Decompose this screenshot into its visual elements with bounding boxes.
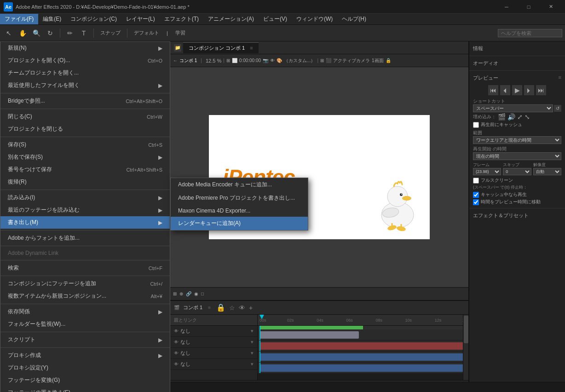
menu-comp[interactable]: コンポジション(C) <box>66 14 121 24</box>
menu-effect[interactable]: エフェクト(T) <box>160 14 203 24</box>
viewer-btn-prev[interactable]: ← <box>173 58 178 63</box>
tool-zoom[interactable]: 🔍 <box>30 27 42 39</box>
menu-edit[interactable]: 編集(E) <box>38 14 66 24</box>
layer-1-dropdown[interactable]: ▾ <box>251 328 254 334</box>
comp-tab-active[interactable]: コンポジション コンポ 1 ≡ <box>183 42 259 53</box>
tl-tools-2[interactable]: ⊕ <box>179 291 183 296</box>
menu-watch-folder[interactable]: フォルダーを監視(W)... <box>0 318 170 330</box>
submenu-cinema4d[interactable]: Maxon Cinema 4D Exporter... <box>171 205 308 217</box>
prev-back-btn[interactable]: ⏴ <box>500 85 510 95</box>
camera-label[interactable]: アクティブカメラ <box>333 58 370 64</box>
menu-new[interactable]: 新規(N)▶ <box>0 42 170 54</box>
tl-tools-5[interactable]: □ <box>201 291 204 296</box>
menu-view[interactable]: ビュー(V) <box>259 14 292 24</box>
range-select[interactable]: ワークエリアと現在の時間 <box>473 136 561 144</box>
embed-save-btn[interactable]: ⤡ <box>525 113 530 121</box>
tool-select[interactable]: ↖ <box>3 27 15 39</box>
tool-hand[interactable]: ✋ <box>17 27 29 39</box>
close-button[interactable]: ✕ <box>540 0 561 14</box>
color-picker-btn[interactable]: 🎨 <box>277 58 282 63</box>
cache-checkbox[interactable] <box>473 122 479 128</box>
skip-select[interactable]: 0 <box>503 168 531 175</box>
menu-dependencies[interactable]: 依存関係▶ <box>0 306 170 318</box>
layer-3-eye[interactable]: 👁 <box>174 351 179 356</box>
start-select[interactable]: 現在の時間 <box>473 152 561 160</box>
view-lock-btn[interactable]: 🔒 <box>386 58 391 63</box>
menu-open-team[interactable]: チームプロジェクトを開く... <box>0 67 170 79</box>
grid-btn[interactable]: ⊞ <box>226 58 230 63</box>
preview-menu-icon[interactable]: ≡ <box>559 75 561 81</box>
track-scrollbar[interactable] <box>463 315 468 380</box>
minimize-button[interactable]: ─ <box>496 0 517 14</box>
resolution-select[interactable]: 自動 <box>533 168 561 175</box>
layer-3-dropdown[interactable]: ▾ <box>251 350 254 356</box>
show-snapshot-btn[interactable]: 👁 <box>270 58 275 63</box>
menu-proxy-settings[interactable]: プロキシ設定(Y) <box>0 362 170 374</box>
embed-overflow-btn[interactable]: ⤢ <box>517 113 523 121</box>
menu-scripts[interactable]: スクリプト▶ <box>0 334 170 346</box>
search-input[interactable] <box>498 29 562 37</box>
submenu-media-encoder[interactable]: Adobe Media Encoder キューに追加... <box>171 178 308 191</box>
menu-export[interactable]: 書き出し(M)▶ <box>0 216 170 229</box>
fullscreen-checkbox[interactable] <box>473 178 479 184</box>
view-options-2[interactable]: ⬛ <box>326 58 331 63</box>
layer-2-dropdown[interactable]: ▾ <box>251 339 254 345</box>
menu-bridge[interactable]: Bridgeで参照...Ctrl+Alt+Shift+O <box>0 95 170 107</box>
menu-revert[interactable]: 復帰(R) <box>0 176 170 188</box>
menu-file[interactable]: ファイル(F) <box>0 14 38 24</box>
menu-search[interactable]: 検索Ctrl+F <box>0 262 170 274</box>
menu-add-footage[interactable]: コンポジションにフッテージを追加Ctrl+/ <box>0 277 170 290</box>
menu-add-font[interactable]: Adobe からフォントを追加... <box>0 232 170 244</box>
shortcut-select[interactable]: スペースバー <box>473 104 553 112</box>
layer-1-eye[interactable]: 👁 <box>174 329 179 334</box>
prev-last-btn[interactable]: ⏭ <box>536 85 546 95</box>
frame-select[interactable]: (23.98) <box>473 168 501 175</box>
tool-pen[interactable]: ✏ <box>64 27 76 39</box>
tl-eye-btn[interactable]: 👁 <box>239 304 245 311</box>
menu-replace-footage[interactable]: フッテージの置き換え(E) <box>0 386 170 392</box>
menu-open-recent[interactable]: 最近使用したファイルを開く▶ <box>0 79 170 92</box>
prev-play-btn[interactable]: ▶ <box>512 85 522 95</box>
layer-4-dropdown[interactable]: ▾ <box>251 361 254 367</box>
layer-2-eye[interactable]: 👁 <box>174 340 179 345</box>
submenu-render-queue[interactable]: レンダーキューに追加(A) <box>171 217 308 230</box>
menu-import[interactable]: 読み込み(I)▶ <box>0 191 170 204</box>
view-options-1[interactable]: ⊞ <box>320 58 324 63</box>
menu-save-as[interactable]: 別名で保存(S)▶ <box>0 151 170 163</box>
view-count[interactable]: 1画面 <box>372 58 384 64</box>
menu-animation[interactable]: アニメーション(A) <box>203 14 259 24</box>
tool-rotate[interactable]: ↻ <box>44 27 56 39</box>
layer-4-eye[interactable]: 👁 <box>174 362 179 367</box>
tl-solo-btn[interactable]: ☆ <box>229 304 235 311</box>
embed-video-btn[interactable]: 🎬 <box>498 113 506 121</box>
menu-help[interactable]: ヘルプ(H) <box>337 14 371 24</box>
tl-tools-4[interactable]: ◉ <box>194 291 198 296</box>
menu-open-project[interactable]: プロジェクトを開く(O)...Ctrl+O <box>0 54 170 67</box>
embed-audio-btn[interactable]: 🔊 <box>507 113 515 121</box>
tl-tools-1[interactable]: ⊞ <box>173 291 177 296</box>
safe-zones-btn[interactable]: ⬜ <box>232 58 237 63</box>
tool-text[interactable]: T <box>78 27 90 39</box>
menu-create-proxy[interactable]: プロキシ作成▶ <box>0 349 170 362</box>
tl-lock-btn[interactable]: 🔒 <box>216 303 225 312</box>
zoom-control[interactable]: 12.5 % <box>206 58 221 63</box>
prev-first-btn[interactable]: ⏮ <box>488 85 498 95</box>
camera-select[interactable]: （カスタム...） <box>284 58 315 64</box>
tl-tools-3[interactable]: 🔗 <box>186 291 191 296</box>
tl-new-layer-btn[interactable]: + <box>249 304 253 311</box>
menu-window[interactable]: ウィンドウ(W) <box>292 14 337 24</box>
menu-close[interactable]: 閉じる(C)Ctrl+W <box>0 110 170 123</box>
move-time-checkbox[interactable] <box>473 199 479 205</box>
prev-fwd-btn[interactable]: ⏵ <box>524 85 534 95</box>
menu-new-comp-multi[interactable]: 複数アイテムから新規コンポジション...Alt+¥ <box>0 290 170 302</box>
menu-import-recent[interactable]: 最近のフッテージを読み込む▶ <box>0 204 170 216</box>
menu-save[interactable]: 保存(S)Ctrl+S <box>0 138 170 151</box>
shortcut-reset-btn[interactable]: ↺ <box>554 105 561 112</box>
menu-increment-save[interactable]: 番号をつけて保存Ctrl+Alt+Shift+S <box>0 163 170 176</box>
menu-interpret-footage[interactable]: フッテージを変換(G) <box>0 374 170 386</box>
snapshot-btn[interactable]: 📷 <box>263 58 268 63</box>
menu-layer[interactable]: レイヤー(L) <box>121 14 160 24</box>
maximize-button[interactable]: □ <box>518 0 539 14</box>
submenu-premiere[interactable]: Adobe Premiere Pro プロジェクトを書き出し... <box>171 191 308 205</box>
cache-play-checkbox[interactable] <box>473 192 479 198</box>
